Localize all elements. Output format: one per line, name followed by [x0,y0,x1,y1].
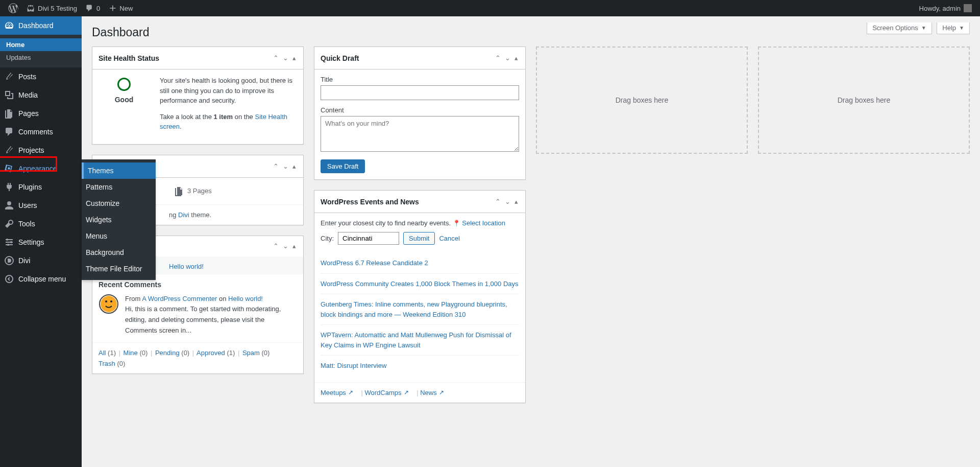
external-link-icon: ↗ [404,389,409,396]
comment-body: Hi, this is a comment. To get started wi… [125,304,297,336]
recent-post-link[interactable]: Hello world! [169,263,204,270]
external-link-icon: ↗ [348,389,353,396]
menu-plugins[interactable]: Plugins [0,178,82,196]
news-link[interactable]: WordPress 6.7 Release Candidate 2 [321,259,428,267]
move-down-icon[interactable]: ⌄ [282,161,289,171]
filter-mine[interactable]: Mine [124,349,138,357]
comment-filters: All (1) | Mine (0) | Pending (0) | Appro… [92,342,303,373]
glance-pages[interactable]: 3 Pages [174,186,212,196]
screen-options-button[interactable]: Screen Options▼ [867,22,932,34]
toggle-icon[interactable]: ▴ [291,241,297,251]
filter-approved[interactable]: Approved [197,349,225,357]
comment-author-link[interactable]: A WordPress Commenter [142,295,217,302]
site-health-box: Site Health Status ⌃ ⌄ ▴ Good [92,46,304,145]
toggle-icon[interactable]: ▴ [291,53,297,63]
external-link-icon: ↗ [439,389,444,396]
menu-projects[interactable]: Projects [0,141,82,159]
svg-point-0 [6,239,8,241]
menu-appearance[interactable]: Appearance Themes Patterns Customize Wid… [0,159,82,178]
flyout-widgets[interactable]: Widgets [82,212,156,228]
move-down-icon[interactable]: ⌄ [504,53,511,63]
quick-draft-box: Quick Draft ⌃ ⌄ ▴ Title Content [314,46,526,180]
flyout-theme-editor[interactable]: Theme File Editor [82,261,156,277]
flyout-themes[interactable]: Themes [82,162,156,179]
draft-content-label: Content [321,106,519,114]
news-link[interactable]: WPTavern: Automattic and Matt Mullenweg … [321,331,511,349]
menu-media[interactable]: Media [0,86,82,104]
dropzone-1[interactable]: Drag boxes here [536,46,748,154]
menu-users[interactable]: Users [0,196,82,215]
filter-spam[interactable]: Spam [242,349,260,357]
toggle-icon[interactable]: ▴ [513,197,519,206]
admin-sidebar: Dashboard Home Updates Posts Media Pages… [0,16,82,424]
help-button[interactable]: Help▼ [937,22,970,34]
svg-point-1 [10,241,12,243]
location-pin-icon: 📍 [453,220,460,227]
toolbar-comments-count: 0 [96,5,100,12]
menu-collapse[interactable]: Collapse menu [0,270,82,288]
flyout-customize[interactable]: Customize [82,195,156,212]
news-link[interactable]: Gutenberg Times: Inline comments, new Pl… [321,300,507,318]
filter-trash[interactable]: Trash [99,360,115,367]
meetups-link[interactable]: Meetups↗ [321,389,353,396]
screen-meta-links: Screen Options▼ Help▼ [864,22,970,34]
move-up-icon[interactable]: ⌃ [494,197,502,206]
comment-meta-line: From A WordPress Commenter on Hello worl… [125,294,297,305]
menu-comments[interactable]: Comments [0,123,82,141]
health-indicator-icon [117,78,131,91]
select-location-link[interactable]: Select location [462,219,505,227]
toggle-icon[interactable]: ▴ [291,161,297,171]
submenu-updates[interactable]: Updates [0,51,82,64]
toolbar-new[interactable]: New [104,0,137,16]
site-name-link[interactable]: Divi 5 Testing [22,0,81,16]
draft-content-textarea[interactable] [321,116,519,152]
move-down-icon[interactable]: ⌄ [282,53,289,63]
svg-point-2 [7,244,9,246]
menu-settings[interactable]: Settings [0,233,82,251]
menu-dashboard[interactable]: Dashboard [0,16,82,35]
toolbar-account[interactable]: Howdy, admin [915,0,976,16]
move-up-icon[interactable]: ⌃ [272,53,280,63]
save-draft-button[interactable]: Save Draft [321,159,365,173]
caret-down-icon: ▼ [921,25,926,31]
menu-posts[interactable]: Posts [0,67,82,86]
flyout-patterns[interactable]: Patterns [82,179,156,195]
move-up-icon[interactable]: ⌃ [272,161,280,171]
toolbar-comments[interactable]: 0 [81,0,104,16]
draft-title-label: Title [321,76,519,83]
toggle-icon[interactable]: ▴ [513,53,519,63]
move-up-icon[interactable]: ⌃ [272,241,280,251]
move-down-icon[interactable]: ⌄ [504,197,511,206]
toolbar-new-label: New [119,5,133,12]
events-title: WordPress Events and News [321,198,494,206]
city-cancel-link[interactable]: Cancel [439,235,459,242]
submenu-home[interactable]: Home [0,38,82,51]
svg-point-4 [6,275,13,283]
wp-logo[interactable] [4,0,22,16]
city-submit-button[interactable]: Submit [403,232,435,245]
city-input[interactable] [338,232,399,245]
events-intro: Enter your closest city to find nearby e… [321,219,451,227]
filter-pending[interactable]: Pending [155,349,180,357]
move-down-icon[interactable]: ⌄ [282,241,289,251]
news-footer-link[interactable]: News↗ [420,389,444,396]
menu-pages[interactable]: Pages [0,104,82,123]
flyout-background[interactable]: Background [82,244,156,261]
menu-divi[interactable]: Divi [0,251,82,270]
draft-title-input[interactable] [321,85,519,100]
dropzone-2[interactable]: Drag boxes here [758,46,970,154]
news-link[interactable]: WordPress Community Creates 1,000 Block … [321,280,519,288]
theme-link[interactable]: Divi [178,211,189,219]
flyout-menus[interactable]: Menus [82,228,156,244]
quick-draft-title: Quick Draft [321,54,494,62]
svg-point-7 [110,300,112,302]
comment-post-link[interactable]: Hello world! [228,295,263,302]
caret-down-icon: ▼ [959,25,964,31]
health-status-label: Good [99,96,150,104]
events-news-box: WordPress Events and News ⌃ ⌄ ▴ Enter yo… [314,190,526,403]
wordcamps-link[interactable]: WordCamps↗ [365,389,409,396]
news-link[interactable]: Matt: Disrupt Interview [321,362,386,369]
filter-all[interactable]: All [99,349,106,357]
move-up-icon[interactable]: ⌃ [494,53,502,63]
menu-tools[interactable]: Tools [0,215,82,233]
